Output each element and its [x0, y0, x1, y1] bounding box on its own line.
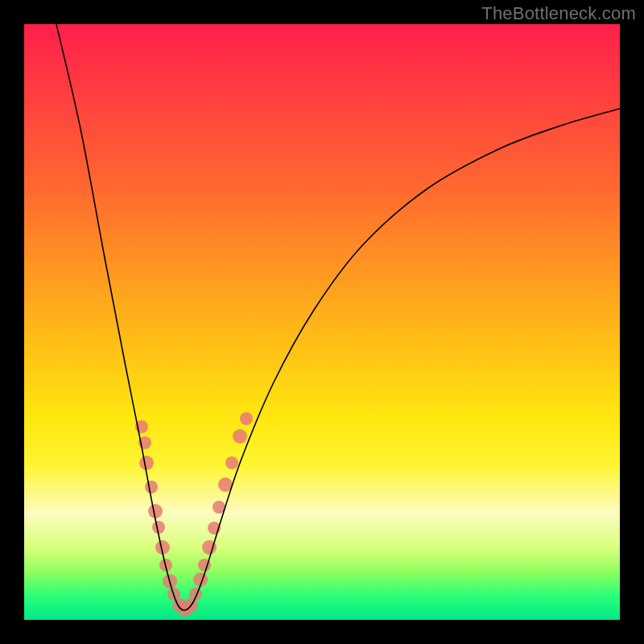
- data-marker: [139, 456, 154, 470]
- watermark-text: TheBottleneck.com: [481, 3, 636, 24]
- plot-area: [24, 24, 620, 620]
- chart-svg: [24, 24, 620, 620]
- data-marker: [240, 412, 253, 425]
- chart-frame: TheBottleneck.com: [0, 0, 644, 644]
- data-marker: [145, 481, 158, 493]
- data-marker: [233, 429, 247, 444]
- data-marker: [225, 456, 238, 469]
- markers-group: [135, 412, 253, 617]
- bottleneck-curve: [56, 24, 620, 610]
